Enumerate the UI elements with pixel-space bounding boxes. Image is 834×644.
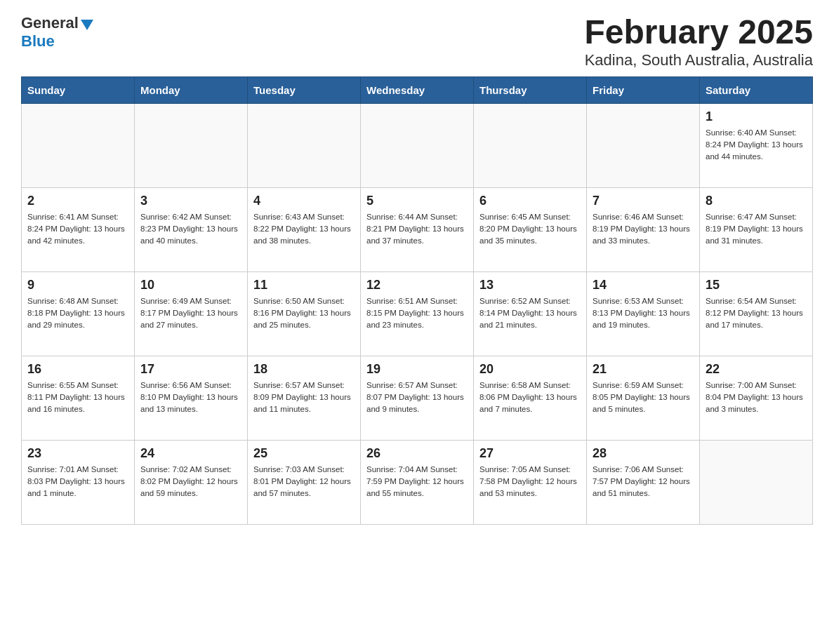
day-number: 17	[140, 362, 241, 377]
day-number: 6	[479, 194, 581, 208]
logo-general: General	[21, 14, 79, 32]
day-info: Sunrise: 6:45 AM Sunset: 8:20 PM Dayligh…	[479, 211, 581, 248]
calendar-day-cell: 11Sunrise: 6:50 AM Sunset: 8:16 PM Dayli…	[248, 271, 361, 356]
calendar-day-cell: 8Sunrise: 6:47 AM Sunset: 8:19 PM Daylig…	[700, 187, 813, 271]
calendar-day-cell: 25Sunrise: 7:03 AM Sunset: 8:01 PM Dayli…	[248, 440, 361, 524]
day-info: Sunrise: 6:57 AM Sunset: 8:09 PM Dayligh…	[253, 380, 355, 416]
day-info: Sunrise: 6:54 AM Sunset: 8:12 PM Dayligh…	[706, 295, 807, 332]
day-info: Sunrise: 6:48 AM Sunset: 8:18 PM Dayligh…	[27, 295, 128, 332]
day-number: 12	[366, 278, 468, 293]
weekday-header-monday: Monday	[135, 76, 248, 103]
day-info: Sunrise: 6:42 AM Sunset: 8:23 PM Dayligh…	[140, 211, 241, 248]
day-info: Sunrise: 7:00 AM Sunset: 8:04 PM Dayligh…	[706, 380, 807, 416]
day-number: 5	[366, 194, 468, 208]
day-number: 19	[366, 362, 468, 377]
day-info: Sunrise: 6:50 AM Sunset: 8:16 PM Dayligh…	[253, 295, 355, 332]
calendar-day-cell	[474, 103, 587, 187]
day-number: 13	[479, 278, 581, 293]
calendar-day-cell: 3Sunrise: 6:42 AM Sunset: 8:23 PM Daylig…	[135, 187, 248, 271]
calendar-day-cell: 4Sunrise: 6:43 AM Sunset: 8:22 PM Daylig…	[248, 187, 361, 271]
day-number: 1	[706, 109, 807, 124]
logo-blue: Blue	[21, 32, 55, 50]
calendar-week-row: 16Sunrise: 6:55 AM Sunset: 8:11 PM Dayli…	[22, 356, 813, 440]
day-number: 15	[706, 278, 807, 293]
day-number: 24	[140, 446, 241, 461]
calendar-day-cell: 2Sunrise: 6:41 AM Sunset: 8:24 PM Daylig…	[22, 187, 135, 271]
day-number: 3	[140, 194, 241, 208]
day-info: Sunrise: 6:56 AM Sunset: 8:10 PM Dayligh…	[140, 380, 241, 416]
calendar-header-row: SundayMondayTuesdayWednesdayThursdayFrid…	[22, 76, 813, 103]
day-number: 8	[706, 194, 807, 208]
day-number: 4	[253, 194, 355, 208]
day-info: Sunrise: 6:49 AM Sunset: 8:17 PM Dayligh…	[140, 295, 241, 332]
calendar-day-cell	[361, 103, 474, 187]
calendar-day-cell: 14Sunrise: 6:53 AM Sunset: 8:13 PM Dayli…	[587, 271, 700, 356]
calendar-day-cell	[248, 103, 361, 187]
day-number: 7	[593, 194, 694, 208]
calendar-day-cell: 21Sunrise: 6:59 AM Sunset: 8:05 PM Dayli…	[587, 356, 700, 440]
calendar-day-cell: 19Sunrise: 6:57 AM Sunset: 8:07 PM Dayli…	[361, 356, 474, 440]
day-number: 21	[593, 362, 694, 377]
logo-triangle-icon	[81, 20, 93, 30]
day-number: 23	[27, 446, 128, 461]
logo: General Blue	[21, 14, 93, 51]
page-title: February 2025	[584, 14, 813, 51]
day-number: 9	[27, 278, 128, 293]
calendar-day-cell: 13Sunrise: 6:52 AM Sunset: 8:14 PM Dayli…	[474, 271, 587, 356]
day-info: Sunrise: 6:59 AM Sunset: 8:05 PM Dayligh…	[593, 380, 694, 416]
calendar-day-cell: 5Sunrise: 6:44 AM Sunset: 8:21 PM Daylig…	[361, 187, 474, 271]
calendar-table: SundayMondayTuesdayWednesdayThursdayFrid…	[21, 76, 813, 525]
calendar-day-cell: 16Sunrise: 6:55 AM Sunset: 8:11 PM Dayli…	[22, 356, 135, 440]
day-info: Sunrise: 7:05 AM Sunset: 7:58 PM Dayligh…	[479, 464, 581, 500]
calendar-day-cell: 18Sunrise: 6:57 AM Sunset: 8:09 PM Dayli…	[248, 356, 361, 440]
day-info: Sunrise: 7:06 AM Sunset: 7:57 PM Dayligh…	[593, 464, 694, 500]
calendar-day-cell	[135, 103, 248, 187]
day-info: Sunrise: 7:01 AM Sunset: 8:03 PM Dayligh…	[27, 464, 128, 500]
day-info: Sunrise: 6:47 AM Sunset: 8:19 PM Dayligh…	[706, 211, 807, 248]
day-number: 18	[253, 362, 355, 377]
calendar-day-cell: 1Sunrise: 6:40 AM Sunset: 8:24 PM Daylig…	[700, 103, 813, 187]
day-info: Sunrise: 7:03 AM Sunset: 8:01 PM Dayligh…	[253, 464, 355, 500]
day-number: 25	[253, 446, 355, 461]
day-info: Sunrise: 7:02 AM Sunset: 8:02 PM Dayligh…	[140, 464, 241, 500]
day-info: Sunrise: 6:53 AM Sunset: 8:13 PM Dayligh…	[593, 295, 694, 332]
weekday-header-sunday: Sunday	[22, 76, 135, 103]
title-block: February 2025 Kadina, South Australia, A…	[584, 14, 813, 69]
weekday-header-wednesday: Wednesday	[361, 76, 474, 103]
day-info: Sunrise: 7:04 AM Sunset: 7:59 PM Dayligh…	[366, 464, 468, 500]
day-info: Sunrise: 6:40 AM Sunset: 8:24 PM Dayligh…	[706, 127, 807, 163]
calendar-week-row: 1Sunrise: 6:40 AM Sunset: 8:24 PM Daylig…	[22, 103, 813, 187]
day-number: 20	[479, 362, 581, 377]
day-number: 26	[366, 446, 468, 461]
calendar-day-cell: 10Sunrise: 6:49 AM Sunset: 8:17 PM Dayli…	[135, 271, 248, 356]
calendar-day-cell: 26Sunrise: 7:04 AM Sunset: 7:59 PM Dayli…	[361, 440, 474, 524]
weekday-header-friday: Friday	[587, 76, 700, 103]
day-number: 28	[593, 446, 694, 461]
calendar-day-cell: 17Sunrise: 6:56 AM Sunset: 8:10 PM Dayli…	[135, 356, 248, 440]
calendar-day-cell: 23Sunrise: 7:01 AM Sunset: 8:03 PM Dayli…	[22, 440, 135, 524]
calendar-week-row: 9Sunrise: 6:48 AM Sunset: 8:18 PM Daylig…	[22, 271, 813, 356]
calendar-day-cell: 28Sunrise: 7:06 AM Sunset: 7:57 PM Dayli…	[587, 440, 700, 524]
calendar-day-cell: 20Sunrise: 6:58 AM Sunset: 8:06 PM Dayli…	[474, 356, 587, 440]
weekday-header-saturday: Saturday	[700, 76, 813, 103]
calendar-day-cell: 12Sunrise: 6:51 AM Sunset: 8:15 PM Dayli…	[361, 271, 474, 356]
calendar-day-cell: 27Sunrise: 7:05 AM Sunset: 7:58 PM Dayli…	[474, 440, 587, 524]
weekday-header-thursday: Thursday	[474, 76, 587, 103]
calendar-day-cell	[587, 103, 700, 187]
calendar-day-cell: 7Sunrise: 6:46 AM Sunset: 8:19 PM Daylig…	[587, 187, 700, 271]
day-info: Sunrise: 6:58 AM Sunset: 8:06 PM Dayligh…	[479, 380, 581, 416]
calendar-day-cell: 15Sunrise: 6:54 AM Sunset: 8:12 PM Dayli…	[700, 271, 813, 356]
calendar-day-cell	[700, 440, 813, 524]
day-number: 10	[140, 278, 241, 293]
day-info: Sunrise: 6:44 AM Sunset: 8:21 PM Dayligh…	[366, 211, 468, 248]
day-info: Sunrise: 6:55 AM Sunset: 8:11 PM Dayligh…	[27, 380, 128, 416]
page-header: General Blue February 2025 Kadina, South…	[21, 14, 813, 69]
weekday-header-tuesday: Tuesday	[248, 76, 361, 103]
calendar-day-cell: 6Sunrise: 6:45 AM Sunset: 8:20 PM Daylig…	[474, 187, 587, 271]
day-info: Sunrise: 6:51 AM Sunset: 8:15 PM Dayligh…	[366, 295, 468, 332]
day-info: Sunrise: 6:52 AM Sunset: 8:14 PM Dayligh…	[479, 295, 581, 332]
calendar-week-row: 23Sunrise: 7:01 AM Sunset: 8:03 PM Dayli…	[22, 440, 813, 524]
calendar-day-cell: 22Sunrise: 7:00 AM Sunset: 8:04 PM Dayli…	[700, 356, 813, 440]
day-number: 11	[253, 278, 355, 293]
day-number: 22	[706, 362, 807, 377]
